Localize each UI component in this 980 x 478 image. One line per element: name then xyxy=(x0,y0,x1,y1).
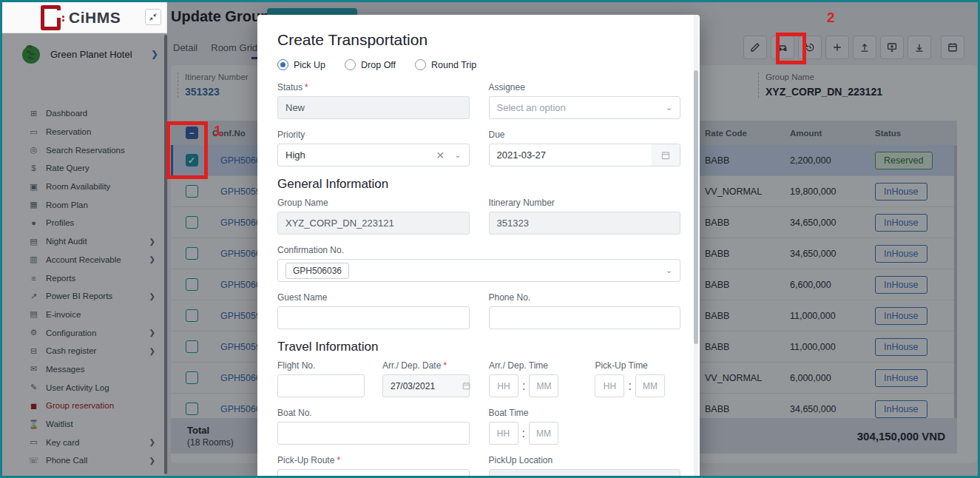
radio-dot-icon xyxy=(277,59,288,70)
chevron-down-icon: ⌄ xyxy=(454,150,461,160)
calendar-icon xyxy=(652,144,680,166)
pickup-route-select[interactable]: Arrivals -> Sân Bay/Airport -> Green ...… xyxy=(277,469,470,478)
group-name-field: XYZ_CORP_DN_223121 xyxy=(277,212,470,235)
calendar-icon xyxy=(456,375,476,397)
status-field: New xyxy=(277,96,470,119)
pickup-route-label: Pick-Up Route* xyxy=(277,455,470,465)
collapse-sidebar-button[interactable] xyxy=(145,9,161,25)
annotation-box-2 xyxy=(776,33,806,64)
due-label: Due xyxy=(489,129,681,140)
phone-input[interactable] xyxy=(489,306,681,329)
confirmation-label: Confirmation No. xyxy=(277,245,680,255)
priority-select[interactable]: High ✕⌄ xyxy=(277,144,470,166)
brand-text: CiHMS xyxy=(69,9,121,27)
radio-drop-off[interactable]: Drop Off xyxy=(345,59,396,70)
create-transportation-modal: Create Transportation Pick UpDrop OffRou… xyxy=(257,15,700,478)
trip-type-radios: Pick UpDrop OffRound Trip xyxy=(277,59,680,70)
boat-time-hh[interactable] xyxy=(489,422,518,445)
priority-label: Priority xyxy=(277,129,470,140)
arr-dep-time-label: Arr./ Dep. Time xyxy=(489,360,558,371)
annotation-box-1 xyxy=(166,121,208,179)
boat-no-label: Boat No. xyxy=(277,408,470,418)
assignee-label: Assignee xyxy=(489,82,681,92)
arr-dep-time-hh[interactable] xyxy=(489,374,518,397)
general-information-heading: General Information xyxy=(277,177,680,192)
arr-dep-time-mm[interactable] xyxy=(529,374,558,397)
modal-scrollbar[interactable] xyxy=(694,15,698,478)
arr-dep-date-input[interactable]: 27/03/2021 xyxy=(382,374,470,397)
radio-dot-icon xyxy=(415,59,426,70)
required-asterisk: * xyxy=(305,82,308,92)
radio-round-trip[interactable]: Round Trip xyxy=(415,59,476,70)
chevron-down-icon: ⌄ xyxy=(666,266,672,275)
annotation-number-2: 2 xyxy=(827,10,835,26)
radio-pick-up[interactable]: Pick Up xyxy=(277,59,325,70)
flight-no-input[interactable] xyxy=(277,374,365,397)
boat-time-mm[interactable] xyxy=(529,422,558,445)
modal-title: Create Transportation xyxy=(277,31,680,49)
phone-label: Phone No. xyxy=(489,292,681,303)
pickup-location-field: [Green Planet Hotel] - [end] - [2] [Cảng… xyxy=(489,469,681,478)
guest-name-label: Guest Name xyxy=(277,292,470,303)
annotation-number-1: 1 xyxy=(214,123,222,139)
pickup-time-mm[interactable] xyxy=(635,374,665,397)
required-asterisk: * xyxy=(443,360,447,371)
required-asterisk: * xyxy=(337,455,340,465)
cihms-logo: CiHMS xyxy=(41,5,121,30)
itinerary-field: 351323 xyxy=(489,212,681,235)
pickup-location-label: PickUp Location xyxy=(489,455,681,465)
group-name-field-label: Group Name xyxy=(277,198,470,208)
flight-no-label: Flight No. xyxy=(277,360,365,371)
travel-information-heading: Travel Information xyxy=(277,340,680,354)
boat-no-input[interactable] xyxy=(277,422,470,445)
confirmation-select[interactable]: GPH506036 ⌄ xyxy=(277,259,680,282)
pickup-time-label: Pick-Up Time xyxy=(595,360,664,371)
cihms-door-icon xyxy=(41,5,61,30)
due-date-input[interactable]: 2021-03-27 xyxy=(489,144,681,166)
boat-time-label: Boat Time xyxy=(489,408,681,418)
arr-dep-date-label: Arr./ Dep. Date* xyxy=(382,360,470,371)
pickup-time-hh[interactable] xyxy=(595,374,624,397)
clear-icon: ✕ xyxy=(436,149,445,161)
guest-name-input[interactable] xyxy=(277,306,470,329)
radio-dot-icon xyxy=(345,59,356,70)
app-root: Green Planet Hotel ❯ ⊞Dashboard▭Reservat… xyxy=(0,0,980,478)
assignee-select[interactable]: Select an option ⌄ xyxy=(489,96,681,119)
clear-icon: ✕ xyxy=(436,475,445,478)
itinerary-field-label: Itinerary Number xyxy=(489,198,681,208)
chevron-down-icon: ⌄ xyxy=(666,103,672,112)
confirmation-chip[interactable]: GPH506036 xyxy=(285,263,349,279)
top-logo-bar: CiHMS xyxy=(2,2,167,33)
status-label: Status* xyxy=(277,82,470,92)
